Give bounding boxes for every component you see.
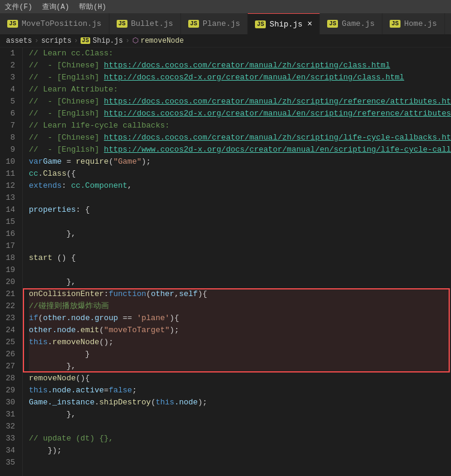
menu-bar: 文件(F) 查询(A) 帮助(H) xyxy=(0,0,451,13)
code-line: var Game = require("Game"); xyxy=(29,156,451,168)
tab-label: Home.js xyxy=(404,19,437,28)
tab-movetopsoition[interactable]: JS MoveToPosition.js xyxy=(0,13,109,34)
close-icon[interactable]: × xyxy=(307,19,312,29)
breadcrumb-scripts: scripts xyxy=(41,37,71,45)
code-line: // - [English] http://docs.cocos2d-x.org… xyxy=(29,108,451,120)
tab-bullet[interactable]: JS Bullet.js xyxy=(109,13,181,34)
code-line: onCollisionEnter:function(other,self){ xyxy=(29,288,451,300)
code-line: other.node.emit("moveToTarget"); xyxy=(29,324,451,336)
code-line: if(other.node.group == 'plane'){ xyxy=(29,312,451,324)
code-line: // Learn life-cycle callbacks: xyxy=(29,120,451,132)
code-line: }, xyxy=(29,409,451,421)
js-icon: JS xyxy=(117,20,127,28)
code-line: // - [English] http://docs.cocos2d-x.org… xyxy=(29,72,451,84)
code-line: // - [Chinese] https://docs.cocos.com/cr… xyxy=(29,132,451,144)
code-line: }, xyxy=(29,360,451,372)
code-line: }); xyxy=(29,445,451,457)
tab-label: Bullet.js xyxy=(131,19,173,28)
tab-label: Game.js xyxy=(342,19,375,28)
code-line: // Learn cc.Class: xyxy=(29,48,451,60)
tab-label: Ship.js xyxy=(269,20,302,29)
tab-label: Plane.js xyxy=(203,19,240,28)
tab-ship[interactable]: JS Ship.js × xyxy=(248,13,320,34)
code-line xyxy=(29,192,451,204)
code-line xyxy=(29,216,451,228)
code-line: removeNode(){ xyxy=(29,372,451,385)
code-line: //碰撞则播放爆炸动画 xyxy=(29,300,451,312)
code-line: // update (dt) {}, xyxy=(29,433,451,445)
breadcrumb-js-icon: JS xyxy=(81,37,90,44)
code-line xyxy=(29,457,451,469)
code-line: }, xyxy=(29,276,451,288)
breadcrumb-ship: Ship.js xyxy=(93,37,123,45)
code-line: this.removeNode(); xyxy=(29,336,451,348)
line-numbers: 1234567891011121314151617181920212223242… xyxy=(0,48,23,476)
code-line: // Learn Attribute: xyxy=(29,84,451,96)
tab-game[interactable]: JS Game.js xyxy=(320,13,382,34)
code-line xyxy=(29,264,451,276)
js-icon: JS xyxy=(390,20,400,28)
code-line: extends: cc.Component, xyxy=(29,180,451,192)
breadcrumb-func-icon: ⬡ xyxy=(132,36,138,45)
breadcrumb-sep1: › xyxy=(34,37,38,45)
code-line: // - [Chinese] https://docs.cocos.com/cr… xyxy=(29,96,451,108)
code-line xyxy=(29,240,451,252)
tab-home[interactable]: JS Home.js xyxy=(382,13,445,34)
tab-label: MoveToPosition.js xyxy=(22,19,102,28)
code-line: cc.Class({ xyxy=(29,168,451,180)
js-icon: JS xyxy=(255,20,266,28)
code-line: // - [Chinese] https://docs.cocos.com/cr… xyxy=(29,60,451,72)
code-line: // - [English] https://www.cocos2d-x.org… xyxy=(29,144,451,156)
menu-file[interactable]: 文件(F) xyxy=(5,2,32,12)
editor-container: // Learn cc.Class: // - [Chinese] https:… xyxy=(23,48,451,476)
code-line: }, xyxy=(29,228,451,240)
tab-bar: JS MoveToPosition.js JS Bullet.js JS Pla… xyxy=(0,13,451,34)
js-icon: JS xyxy=(327,20,338,28)
js-icon: JS xyxy=(7,20,18,28)
code-line: Game._instance.shipDestroy(this.node); xyxy=(29,397,451,409)
code-area[interactable]: // Learn cc.Class: // - [Chinese] https:… xyxy=(23,48,451,469)
breadcrumb-sep3: › xyxy=(125,37,129,45)
breadcrumb: assets › scripts › JS Ship.js › ⬡ remove… xyxy=(0,34,451,48)
editor: 1234567891011121314151617181920212223242… xyxy=(0,48,451,476)
breadcrumb-assets: assets xyxy=(6,37,32,45)
code-line: properties: { xyxy=(29,204,451,216)
code-line: } xyxy=(29,348,451,360)
js-icon: JS xyxy=(188,20,199,28)
tab-plane[interactable]: JS Plane.js xyxy=(181,13,248,34)
menu-edit[interactable]: 查询(A) xyxy=(42,2,70,12)
code-line: this.node.active=false; xyxy=(29,385,451,397)
code-line xyxy=(29,421,451,433)
breadcrumb-sep2: › xyxy=(74,37,78,45)
breadcrumb-removenode: removeNode xyxy=(141,37,184,45)
code-line: start () { xyxy=(29,252,451,264)
menu-help[interactable]: 帮助(H) xyxy=(79,2,106,12)
